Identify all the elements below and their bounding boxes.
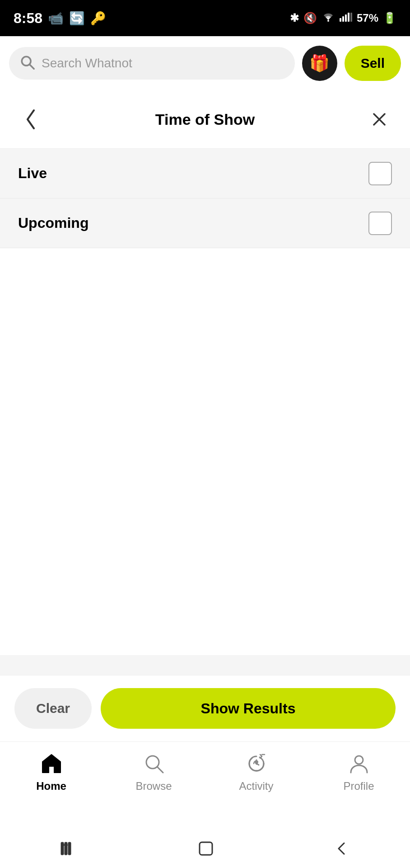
gift-button[interactable]: 🎁 (302, 46, 337, 81)
checkbox-live[interactable] (368, 162, 392, 185)
option-label-live: Live (18, 165, 47, 182)
battery-percent: 57% (357, 12, 378, 24)
nav-label-browse: Browse (135, 780, 172, 793)
svg-point-0 (327, 20, 329, 22)
search-bar-area: Search Whatnot 🎁 Sell (0, 36, 410, 90)
modal-panel: Time of Show Live Upcoming (0, 90, 410, 655)
mute-icon: 🔇 (303, 12, 317, 24)
status-camera-icon: 📹 (48, 11, 64, 26)
battery-icon: 🔋 (383, 12, 396, 24)
android-back-button[interactable] (334, 840, 350, 861)
browse-icon (141, 751, 167, 776)
status-bar: 8:58 📹 🔄 🔑 ✱ 🔇 57% 🔋 (0, 0, 410, 36)
clear-button[interactable]: Clear (14, 688, 92, 729)
status-sync-icon: 🔄 (69, 11, 85, 26)
svg-rect-16 (69, 843, 70, 854)
svg-rect-3 (345, 14, 347, 22)
modal-title: Time of Show (155, 111, 255, 128)
android-home-button[interactable] (197, 840, 215, 861)
svg-rect-15 (65, 843, 67, 854)
home-icon (39, 751, 64, 776)
svg-rect-17 (200, 842, 212, 855)
svg-rect-2 (342, 16, 344, 22)
back-button[interactable] (18, 107, 43, 132)
modal-header: Time of Show (0, 90, 410, 149)
bottom-nav: Home Browse Act (0, 741, 410, 832)
empty-content-area (0, 248, 410, 655)
svg-rect-1 (340, 18, 341, 22)
nav-item-profile[interactable]: Profile (308, 751, 410, 793)
close-button[interactable] (367, 107, 392, 132)
bluetooth-icon: ✱ (290, 12, 299, 24)
nav-label-activity: Activity (239, 780, 273, 793)
option-row-upcoming[interactable]: Upcoming (0, 198, 410, 248)
sell-button[interactable]: Sell (345, 46, 401, 81)
status-key-icon: 🔑 (90, 11, 106, 26)
profile-icon (346, 751, 372, 776)
checkbox-upcoming[interactable] (368, 212, 392, 235)
svg-rect-5 (350, 13, 352, 22)
nav-label-home: Home (36, 780, 66, 793)
option-row-live[interactable]: Live (0, 149, 410, 198)
svg-point-10 (355, 756, 363, 764)
svg-rect-4 (348, 13, 349, 22)
search-input-wrap[interactable]: Search Whatnot (9, 47, 295, 80)
activity-icon (244, 751, 269, 776)
svg-line-9 (157, 767, 163, 773)
gift-icon: 🎁 (309, 54, 330, 73)
wifi-icon (321, 12, 335, 24)
nav-item-browse[interactable]: Browse (102, 751, 205, 793)
status-time: 8:58 (14, 10, 42, 27)
show-results-button[interactable]: Show Results (101, 688, 396, 729)
search-placeholder-text: Search Whatnot (42, 56, 132, 71)
search-icon (20, 55, 35, 72)
android-menu-button[interactable] (60, 842, 78, 859)
signal-icon (340, 12, 352, 24)
svg-line-7 (30, 65, 34, 69)
options-list: Live Upcoming (0, 149, 410, 248)
nav-item-home[interactable]: Home (0, 751, 102, 793)
svg-rect-14 (61, 843, 63, 854)
bottom-action-bar: Clear Show Results (0, 675, 410, 741)
option-label-upcoming: Upcoming (18, 215, 89, 231)
nav-label-profile: Profile (343, 780, 374, 793)
android-nav-bar (0, 832, 410, 868)
nav-item-activity[interactable]: Activity (205, 751, 308, 793)
